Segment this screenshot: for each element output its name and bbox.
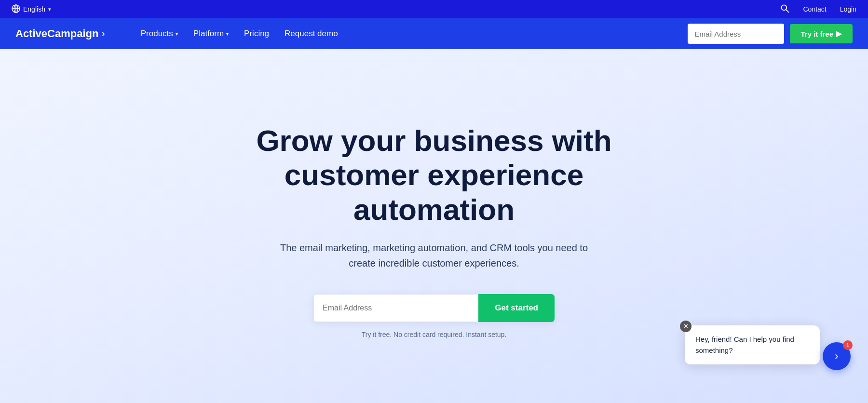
top-bar: English ▾ Contact Login <box>0 0 868 18</box>
nav-cta: Try it free ▶ <box>688 24 853 44</box>
chat-bubble-text: Hey, friend! Can I help you find somethi… <box>695 335 794 354</box>
platform-caret-icon: ▾ <box>226 31 229 37</box>
language-chevron-icon: ▾ <box>48 6 51 13</box>
chat-badge: 1 <box>843 340 853 350</box>
nav-pricing[interactable]: Pricing <box>237 25 276 42</box>
hero-subtitle: The email marketing, marketing automatio… <box>280 240 588 271</box>
contact-link[interactable]: Contact <box>803 5 826 13</box>
try-free-arrow-icon: ▶ <box>836 29 842 38</box>
nav-platform[interactable]: Platform ▾ <box>187 25 235 42</box>
chat-close-button[interactable]: ✕ <box>680 321 692 332</box>
search-icon[interactable] <box>780 3 789 15</box>
logo[interactable]: ActiveCampaign› <box>15 27 105 40</box>
hero-form: Get started <box>313 294 555 322</box>
logo-arrow-icon: › <box>101 27 105 40</box>
get-started-button[interactable]: Get started <box>478 294 555 322</box>
nav-email-input[interactable] <box>688 24 784 44</box>
chat-button[interactable]: › 1 <box>823 342 851 370</box>
main-nav: ActiveCampaign› Products ▾ Platform ▾ Pr… <box>0 18 868 49</box>
language-selector[interactable]: English ▾ <box>12 4 51 14</box>
logo-text: ActiveCampaign <box>15 27 98 40</box>
login-link[interactable]: Login <box>840 5 856 13</box>
nav-request-demo[interactable]: Request demo <box>278 25 345 42</box>
globe-icon <box>12 4 20 14</box>
nav-links: Products ▾ Platform ▾ Pricing Request de… <box>134 25 688 42</box>
hero-title: Grow your business with customer experie… <box>217 123 651 227</box>
language-label: English <box>23 5 45 13</box>
nav-products[interactable]: Products ▾ <box>134 25 185 42</box>
chat-bubble: ✕ Hey, friend! Can I help you find somet… <box>685 325 820 364</box>
chat-arrow-icon: › <box>835 350 838 363</box>
hero-email-input[interactable] <box>313 294 478 322</box>
top-bar-links: Contact Login <box>780 3 856 15</box>
products-caret-icon: ▾ <box>176 31 178 37</box>
svg-line-5 <box>786 10 788 12</box>
try-free-button[interactable]: Try it free ▶ <box>790 24 853 43</box>
hero-fine-print: Try it free. No credit card required. In… <box>362 331 507 338</box>
